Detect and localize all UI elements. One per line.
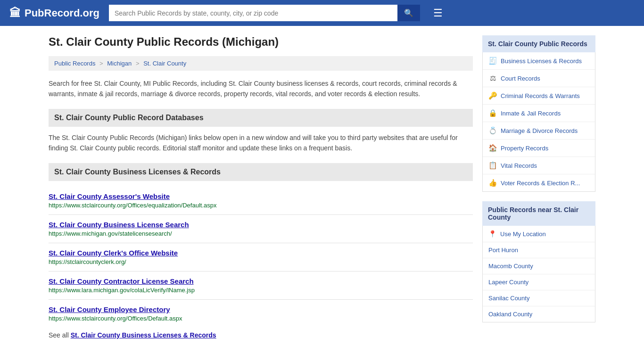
sidebar-item-icon: 📋 [488, 161, 497, 170]
sidebar-section-title: St. Clair County Public Records [482, 35, 595, 52]
record-entry: St. Clair County Employee Directory http… [49, 300, 473, 328]
sidebar-records-list: 🧾Business Licenses & Records⚖Court Recor… [482, 52, 595, 192]
sidebar-record-item[interactable]: 📋Vital Records [483, 157, 595, 174]
record-entry: St. Clair County Business License Search… [49, 215, 473, 243]
record-title[interactable]: St. Clair County Business License Search [49, 221, 473, 229]
sidebar-item-label: Voter Records & Election R... [501, 180, 580, 187]
nearby-item[interactable]: 📍Use My Location [483, 226, 595, 242]
sidebar-item-icon: 👍 [488, 179, 497, 187]
record-url: https://www.lara.michigan.gov/colaLicVer… [49, 287, 473, 294]
nearby-item-label: Port Huron [488, 247, 518, 254]
page-title: St. Clair County Public Records (Michiga… [49, 35, 473, 49]
see-all-section: See all St. Clair County Business Licens… [49, 331, 473, 339]
nearby-item[interactable]: Lapeer County [483, 274, 595, 290]
record-url: https://www.michigan.gov/statelicensesea… [49, 230, 473, 237]
record-title[interactable]: St. Clair County Assessor's Website [49, 192, 473, 200]
sidebar-item-label: Property Records [501, 145, 548, 152]
records-list: St. Clair County Assessor's Website http… [49, 187, 473, 328]
breadcrumb-sep-2: > [136, 60, 141, 67]
record-entry: St. Clair County Assessor's Website http… [49, 187, 473, 215]
nearby-item-label: Sanilac County [488, 295, 529, 302]
search-button[interactable]: 🔍 [397, 5, 420, 21]
sidebar-item-label: Criminal Records & Warrants [501, 92, 580, 99]
nearby-item-label: Oakland County [488, 311, 532, 318]
logo-icon: 🏛 [9, 7, 21, 20]
record-title[interactable]: St. Clair County Contractor License Sear… [49, 277, 473, 285]
sidebar: St. Clair County Public Records 🧾Busines… [482, 35, 595, 339]
sidebar-record-item[interactable]: 🏠Property Records [483, 140, 595, 157]
sidebar-item-icon: 🔑 [488, 91, 497, 100]
header: 🏛 PubRecord.org 🔍 ☰ [0, 0, 644, 26]
nearby-item[interactable]: Macomb County [483, 258, 595, 274]
databases-description: The St. Clair County Public Records (Mic… [49, 132, 473, 154]
search-form: 🔍 [109, 5, 420, 21]
nearby-item[interactable]: Oakland County [483, 306, 595, 322]
sidebar-item-label: Court Records [501, 75, 540, 82]
business-section-header: St. Clair County Business Licenses & Rec… [49, 163, 473, 181]
sidebar-record-item[interactable]: 🔒Inmate & Jail Records [483, 105, 595, 122]
search-icon: 🔍 [404, 9, 413, 17]
sidebar-item-icon: 🔒 [488, 109, 497, 117]
logo[interactable]: 🏛 PubRecord.org [9, 7, 99, 20]
databases-section-header: St. Clair County Public Record Databases [49, 109, 473, 127]
breadcrumb: Public Records > Michigan > St. Clair Co… [49, 56, 473, 71]
location-icon: 📍 [488, 230, 496, 238]
breadcrumb-public-records[interactable]: Public Records [54, 60, 95, 67]
nearby-item[interactable]: Port Huron [483, 242, 595, 258]
sidebar-item-icon: 💍 [488, 126, 497, 135]
nearby-item-label: Use My Location [500, 230, 546, 238]
sidebar-item-label: Inmate & Jail Records [501, 110, 561, 117]
sidebar-record-item[interactable]: 🔑Criminal Records & Warrants [483, 87, 595, 105]
sidebar-item-icon: 🏠 [488, 144, 497, 152]
page-description: Search for free St. Clair County, MI Pub… [49, 78, 473, 99]
content-wrapper: St. Clair County Public Records (Michiga… [39, 26, 605, 348]
sidebar-item-icon: 🧾 [488, 57, 497, 65]
main-content: St. Clair County Public Records (Michiga… [49, 35, 473, 339]
sidebar-item-label: Marriage & Divorce Records [501, 127, 578, 134]
breadcrumb-michigan[interactable]: Michigan [107, 60, 132, 67]
sidebar-record-item[interactable]: 💍Marriage & Divorce Records [483, 122, 595, 140]
record-entry: St. Clair County Clerk's Office Website … [49, 243, 473, 272]
record-title[interactable]: St. Clair County Clerk's Office Website [49, 249, 473, 257]
nearby-item-label: Lapeer County [488, 279, 528, 286]
nearby-list: 📍Use My LocationPort HuronMacomb CountyL… [482, 226, 595, 322]
sidebar-item-label: Vital Records [501, 162, 537, 169]
nearby-section-title: Public Records near St. Clair County [482, 201, 595, 226]
breadcrumb-st-clair[interactable]: St. Clair County [143, 60, 186, 67]
nearby-item-label: Macomb County [488, 263, 533, 270]
menu-icon: ☰ [433, 7, 443, 19]
record-url: https://www.stclaircounty.org/Offices/eq… [49, 202, 473, 209]
sidebar-record-item[interactable]: 👍Voter Records & Election R... [483, 174, 595, 191]
nearby-item[interactable]: Sanilac County [483, 290, 595, 306]
breadcrumb-sep-1: > [99, 60, 105, 67]
sidebar-item-label: Business Licenses & Records [501, 58, 582, 65]
sidebar-item-icon: ⚖ [488, 74, 497, 82]
logo-text: PubRecord.org [25, 7, 99, 19]
see-all-text: See all [49, 331, 71, 339]
sidebar-record-item[interactable]: 🧾Business Licenses & Records [483, 52, 595, 70]
sidebar-record-item[interactable]: ⚖Court Records [483, 70, 595, 87]
record-entry: St. Clair County Contractor License Sear… [49, 272, 473, 300]
record-title[interactable]: St. Clair County Employee Directory [49, 305, 473, 313]
search-input[interactable] [109, 5, 397, 21]
record-url: https://www.stclaircounty.org/Offices/De… [49, 315, 473, 322]
record-url: https://stclaircountyclerk.org/ [49, 258, 473, 265]
menu-button[interactable]: ☰ [433, 7, 443, 19]
see-all-link[interactable]: St. Clair County Business Licenses & Rec… [71, 331, 216, 339]
